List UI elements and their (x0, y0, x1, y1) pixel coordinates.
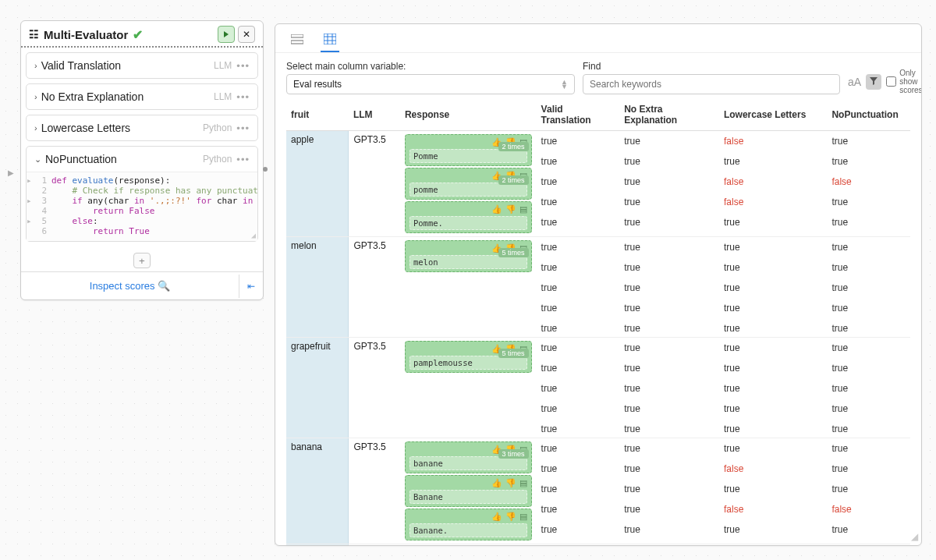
score-value: true (724, 443, 822, 454)
tab-card-view[interactable] (288, 30, 307, 52)
column-header[interactable]: fruit (286, 99, 349, 131)
score-cell: truetruetruetruetrue (719, 237, 827, 338)
evaluator-type: LLM (214, 91, 232, 102)
score-value: true (831, 443, 906, 454)
score-value: true (541, 484, 615, 494)
score-value: true (624, 136, 714, 147)
response-card[interactable]: 👍👎▤ banane 3 times (405, 441, 532, 473)
search-input[interactable] (583, 74, 840, 94)
response-detail-icon[interactable]: ▤ (519, 478, 527, 488)
thumbs-up-icon[interactable]: 👍 (491, 204, 502, 214)
score-value: true (541, 524, 615, 535)
response-card[interactable]: 👍👎▤ Pomme 2 times (405, 134, 532, 166)
response-card[interactable]: 👍👎▤ Banane. (405, 509, 532, 541)
score-cell: truetruetrue (827, 544, 910, 546)
edge-input-arrow: ▶ (8, 168, 14, 177)
score-value: true (541, 443, 615, 454)
column-header[interactable]: Response (400, 99, 537, 131)
score-cell: truetruetruetruetrue (537, 438, 620, 544)
score-cell: truetruetruetruetrue (719, 338, 827, 438)
filter-icon[interactable] (866, 74, 881, 90)
resize-handle-icon[interactable]: ◢ (911, 531, 918, 542)
score-value: true (541, 463, 615, 474)
evaluator-menu[interactable]: ••• (236, 91, 250, 103)
evaluator-type: Python (203, 154, 232, 165)
evaluator-header[interactable]: ⌄ NoPunctuation Python ••• (27, 147, 257, 172)
evaluator-icon: ☷ (29, 28, 39, 41)
only-scores-checkbox[interactable] (886, 76, 896, 87)
score-value: true (624, 424, 714, 434)
response-card[interactable]: 👍👎▤ Pomme. (405, 201, 532, 233)
evaluator-menu[interactable]: ••• (236, 154, 250, 165)
evaluator-row[interactable]: › Valid Translation LLM ••• (26, 52, 258, 79)
score-cell: truetruetrue (619, 544, 719, 546)
thumbs-up-icon[interactable]: 👍 (491, 478, 502, 488)
select-label: Select main column variable: (286, 61, 575, 72)
score-value: true (724, 342, 822, 353)
score-value: true (541, 156, 615, 167)
score-value: true (624, 323, 714, 334)
score-value: true (831, 363, 906, 374)
tab-table-view[interactable] (321, 30, 339, 52)
score-value: true (541, 323, 615, 334)
response-card[interactable]: 👍👎▤ pamplemousse 5 times (405, 341, 532, 373)
fruit-cell: pineapple (286, 544, 349, 546)
score-value: true (831, 403, 906, 414)
response-count: 5 times (498, 349, 529, 358)
thumbs-down-icon[interactable]: 👎 (505, 204, 516, 214)
run-button[interactable] (218, 26, 235, 43)
evaluator-menu[interactable]: ••• (236, 122, 250, 134)
score-value: true (541, 217, 615, 228)
evaluator-name: Lowercase Letters (41, 122, 203, 134)
score-value: true (624, 217, 714, 228)
close-button[interactable]: ✕ (238, 26, 255, 43)
llm-cell: GPT3.5 (349, 237, 400, 338)
evaluator-row[interactable]: › Lowercase Letters Python ••• (26, 115, 258, 141)
panel-header: ☷ Multi-Evaluator ✔ ✕ (21, 21, 263, 48)
response-cell: 👍👎▤ Ananas 4 times (400, 544, 537, 546)
score-value: true (541, 342, 615, 353)
response-count: 2 times (498, 142, 529, 151)
score-value: true (541, 504, 615, 515)
response-card[interactable]: 👍👎▤ pomme 2 times (405, 168, 532, 200)
add-evaluator-button[interactable]: + (133, 253, 151, 268)
llm-cell: GPT3.5 (349, 544, 400, 546)
thumbs-down-icon[interactable]: 👎 (505, 512, 516, 522)
score-value: true (624, 282, 714, 293)
score-cell: truetruetruetruetrue (827, 338, 910, 438)
main-column-select[interactable]: Eval results ▲▼ (286, 74, 575, 94)
column-header[interactable]: No Extra Explanation (619, 99, 719, 131)
response-detail-icon[interactable]: ▤ (519, 512, 527, 522)
evaluator-menu[interactable]: ••• (236, 60, 250, 72)
response-text: Pomme. (410, 216, 527, 230)
column-header[interactable]: Lowercase Letters (719, 99, 827, 131)
code-editor[interactable]: ▸1def evaluate(response):2 # Check if re… (27, 172, 257, 241)
response-card[interactable]: 👍👎▤ melon 5 times (405, 240, 532, 272)
only-scores-toggle[interactable]: Only show scores (886, 69, 922, 94)
response-count: 5 times (498, 248, 529, 257)
score-cell: truetruetruetruetrue (537, 338, 620, 438)
column-header[interactable]: Valid Translation (537, 99, 620, 131)
score-value: true (724, 484, 822, 494)
response-card[interactable]: 👍👎▤ Banane (405, 475, 532, 507)
thumbs-up-icon[interactable]: 👍 (491, 512, 502, 522)
resize-handle-icon[interactable]: ◢ (251, 231, 256, 239)
evaluator-row[interactable]: › No Extra Explanation LLM ••• (26, 83, 258, 110)
score-value: true (724, 217, 822, 228)
score-value: true (541, 282, 615, 293)
case-sensitive-icon[interactable]: aA (848, 76, 861, 88)
thumbs-down-icon[interactable]: 👎 (505, 478, 516, 488)
evaluator-row-expanded: ⌄ NoPunctuation Python •••▸1def evaluate… (26, 146, 258, 242)
fruit-cell: banana (286, 438, 349, 544)
export-button[interactable]: ⇤ (239, 275, 263, 298)
score-cell: truetruetruetruetrue (537, 131, 620, 237)
score-value: true (624, 484, 714, 494)
score-value: true (724, 262, 822, 273)
inspect-scores-button[interactable]: Inspect scores 🔍 (21, 272, 239, 299)
column-header[interactable]: NoPunctuation (827, 99, 910, 131)
response-detail-icon[interactable]: ▤ (519, 204, 527, 214)
evaluator-name: No Extra Explanation (41, 90, 214, 103)
fruit-cell: apple (286, 131, 349, 237)
column-header[interactable]: LLM (349, 99, 400, 131)
score-cell: truetruefalsetruetrue (827, 131, 910, 237)
